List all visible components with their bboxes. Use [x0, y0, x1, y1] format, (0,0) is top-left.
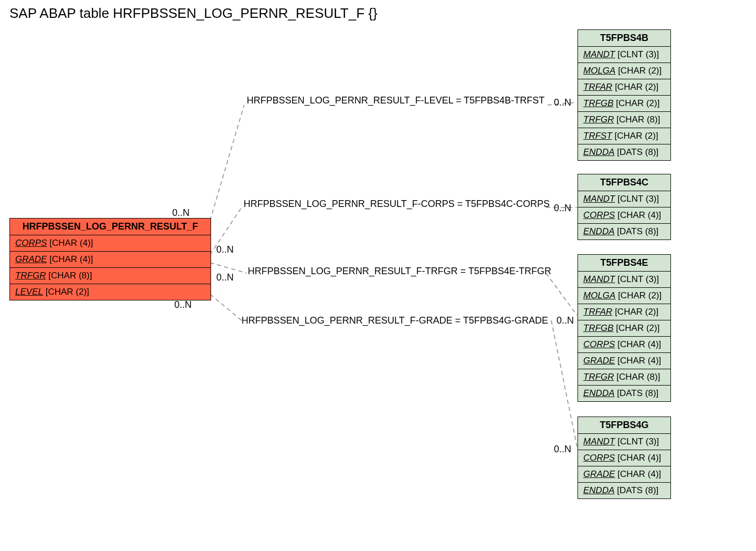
- entity-field: TRFGR [CHAR (8)]: [578, 112, 670, 128]
- relation-label: HRFPBSSEN_LOG_PERNR_RESULT_F-GRADE = T5F…: [242, 315, 548, 326]
- cardinality-left: 0..N: [216, 272, 234, 283]
- entity-field: ENDDA [DATS (8)]: [578, 386, 670, 401]
- entity-main-field: TRFGR [CHAR (8)]: [10, 268, 211, 284]
- cardinality-left: 0..N: [216, 244, 234, 255]
- svg-line-6: [210, 294, 242, 320]
- entity-field: MOLGA [CHAR (2)]: [578, 288, 670, 304]
- entity-main-name: HRFPBSSEN_LOG_PERNR_RESULT_F: [10, 219, 211, 235]
- entity-t5fpbs4b: T5FPBS4B MANDT [CLNT (3)] MOLGA [CHAR (2…: [578, 29, 671, 161]
- entity-field: MOLGA [CHAR (2)]: [578, 63, 670, 79]
- svg-line-7: [551, 320, 577, 446]
- cardinality-left: 0..N: [174, 299, 192, 310]
- entity-header: T5FPBS4G: [578, 417, 670, 434]
- entity-field: MANDT [CLNT (3)]: [578, 272, 670, 288]
- entity-field: TRFGB [CHAR (2)]: [578, 96, 670, 112]
- cardinality-right: 0..N: [556, 315, 574, 326]
- entity-main: HRFPBSSEN_LOG_PERNR_RESULT_F CORPS [CHAR…: [9, 218, 211, 300]
- cardinality-right: 0..N: [554, 97, 571, 108]
- relation-label: HRFPBSSEN_LOG_PERNR_RESULT_F-TRFGR = T5F…: [248, 266, 551, 277]
- svg-line-5: [546, 273, 577, 315]
- entity-field: MANDT [CLNT (3)]: [578, 434, 670, 450]
- entity-t5fpbs4g: T5FPBS4G MANDT [CLNT (3)] CORPS [CHAR (4…: [578, 417, 671, 499]
- entity-field: TRFGR [CHAR (8)]: [578, 369, 670, 386]
- entity-field: TRFAR [CHAR (2)]: [578, 304, 670, 320]
- cardinality-right: 0..N: [554, 444, 571, 455]
- cardinality-right: 0..N: [554, 203, 571, 214]
- entity-field: MANDT [CLNT (3)]: [578, 191, 670, 207]
- entity-header: T5FPBS4C: [578, 174, 670, 191]
- entity-field: CORPS [CHAR (4)]: [578, 450, 670, 466]
- entity-header: T5FPBS4B: [578, 30, 670, 47]
- svg-line-0: [210, 105, 244, 221]
- entity-main-field: GRADE [CHAR (4)]: [10, 252, 211, 268]
- svg-line-4: [210, 263, 247, 273]
- relation-label: HRFPBSSEN_LOG_PERNR_RESULT_F-LEVEL = T5F…: [247, 95, 544, 106]
- entity-field: GRADE [CHAR (4)]: [578, 466, 670, 483]
- cardinality-left: 0..N: [172, 207, 190, 219]
- entity-field: TRFAR [CHAR (2)]: [578, 79, 670, 96]
- entity-field: TRFST [CHAR (2)]: [578, 128, 670, 144]
- entity-field: MANDT [CLNT (3)]: [578, 47, 670, 63]
- entity-field: TRFGB [CHAR (2)]: [578, 320, 670, 337]
- entity-main-field: CORPS [CHAR (4)]: [10, 235, 211, 252]
- entity-t5fpbs4c: T5FPBS4C MANDT [CLNT (3)] CORPS [CHAR (4…: [578, 174, 671, 240]
- entity-main-field: LEVEL [CHAR (2)]: [10, 284, 211, 300]
- relation-label: HRFPBSSEN_LOG_PERNR_RESULT_F-CORPS = T5F…: [244, 199, 550, 210]
- entity-field: CORPS [CHAR (4)]: [578, 207, 670, 224]
- entity-t5fpbs4e: T5FPBS4E MANDT [CLNT (3)] MOLGA [CHAR (2…: [578, 254, 671, 402]
- entity-field: ENDDA [DATS (8)]: [578, 483, 670, 498]
- entity-field: ENDDA [DATS (8)]: [578, 224, 670, 240]
- entity-field: ENDDA [DATS (8)]: [578, 144, 670, 160]
- page-title: SAP ABAP table HRFPBSSEN_LOG_PERNR_RESUL…: [9, 5, 377, 22]
- entity-field: CORPS [CHAR (4)]: [578, 337, 670, 353]
- entity-field: GRADE [CHAR (4)]: [578, 353, 670, 369]
- entity-header: T5FPBS4E: [578, 255, 670, 272]
